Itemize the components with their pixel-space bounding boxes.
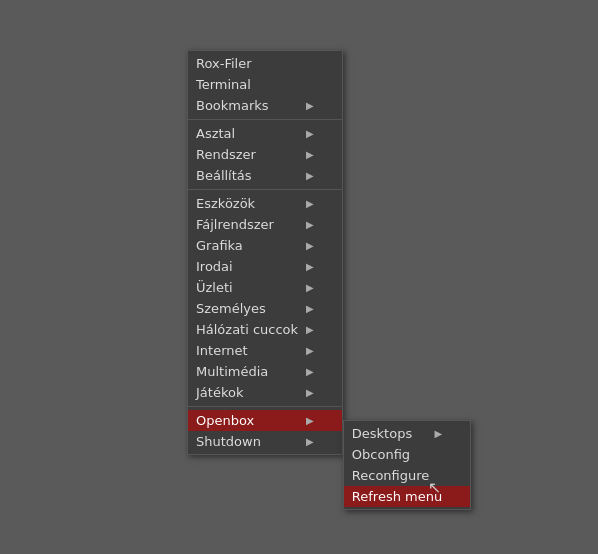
submenu-arrow-icon: ▶: [306, 149, 314, 160]
menu-item-label: Grafika: [196, 238, 243, 253]
submenu-item-label: Obconfig: [352, 447, 410, 462]
main-menu-item-játékok[interactable]: Játékok▶: [188, 382, 342, 403]
menu-item-label: Multimédia: [196, 364, 268, 379]
main-menu-item-asztal[interactable]: Asztal▶: [188, 123, 342, 144]
submenu-item-obconfig[interactable]: Obconfig: [344, 444, 470, 465]
main-menu: Rox-FilerTerminalBookmarks▶Asztal▶Rendsz…: [187, 50, 343, 455]
submenu-arrow-icon: ▶: [306, 100, 314, 111]
main-menu-item-internet[interactable]: Internet▶: [188, 340, 342, 361]
menu-item-label: Bookmarks: [196, 98, 269, 113]
main-menu-item-rox-filer[interactable]: Rox-Filer: [188, 53, 342, 74]
main-menu-item-eszközök[interactable]: Eszközök▶: [188, 193, 342, 214]
submenu-item-label: Refresh menu: [352, 489, 442, 504]
submenu-arrow-icon: ▶: [306, 261, 314, 272]
main-menu-item-terminal[interactable]: Terminal: [188, 74, 342, 95]
menu-item-label: Játékok: [196, 385, 243, 400]
main-menu-item-fájlrendszer[interactable]: Fájlrendszer▶: [188, 214, 342, 235]
menu-item-label: Terminal: [196, 77, 251, 92]
menu-item-label: Internet: [196, 343, 248, 358]
submenu-arrow-icon: ▶: [306, 324, 314, 335]
submenu-arrow-icon: ▶: [434, 428, 442, 439]
menu-item-label: Rox-Filer: [196, 56, 252, 71]
submenu-item-reconfigure[interactable]: Reconfigure: [344, 465, 470, 486]
menu-item-label: Fájlrendszer: [196, 217, 274, 232]
main-menu-item-rendszer[interactable]: Rendszer▶: [188, 144, 342, 165]
main-menu-item-irodai[interactable]: Irodai▶: [188, 256, 342, 277]
menu-container: Rox-FilerTerminalBookmarks▶Asztal▶Rendsz…: [187, 50, 471, 510]
menu-item-label: Asztal: [196, 126, 235, 141]
submenu-arrow-icon: ▶: [306, 198, 314, 209]
submenu-item-label: Desktops: [352, 426, 412, 441]
submenu-arrow-icon: ▶: [306, 219, 314, 230]
menu-divider: [188, 119, 342, 120]
submenu-arrow-icon: ▶: [306, 415, 314, 426]
main-menu-item-üzleti[interactable]: Üzleti▶: [188, 277, 342, 298]
menu-item-label: Irodai: [196, 259, 233, 274]
menu-item-label: Üzleti: [196, 280, 233, 295]
submenu-item-label: Reconfigure: [352, 468, 430, 483]
menu-item-label: Személyes: [196, 301, 266, 316]
menu-item-label: Rendszer: [196, 147, 256, 162]
main-menu-item-grafika[interactable]: Grafika▶: [188, 235, 342, 256]
submenu-arrow-icon: ▶: [306, 345, 314, 356]
submenu-item-desktops[interactable]: Desktops▶: [344, 423, 470, 444]
submenu-arrow-icon: ▶: [306, 128, 314, 139]
submenu-item-refresh-menu[interactable]: Refresh menu: [344, 486, 470, 507]
submenu-arrow-icon: ▶: [306, 366, 314, 377]
main-menu-item-multimédia[interactable]: Multimédia▶: [188, 361, 342, 382]
menu-item-label: Shutdown: [196, 434, 261, 449]
main-menu-item-shutdown[interactable]: Shutdown▶: [188, 431, 342, 452]
menu-divider: [188, 189, 342, 190]
main-menu-item-openbox[interactable]: Openbox▶: [188, 410, 342, 431]
main-menu-item-hálózati-cuccok[interactable]: Hálózati cuccok▶: [188, 319, 342, 340]
submenu-arrow-icon: ▶: [306, 436, 314, 447]
submenu: Desktops▶ObconfigReconfigureRefresh menu: [343, 420, 471, 510]
menu-item-label: Beállítás: [196, 168, 252, 183]
submenu-arrow-icon: ▶: [306, 240, 314, 251]
main-menu-item-bookmarks[interactable]: Bookmarks▶: [188, 95, 342, 116]
submenu-arrow-icon: ▶: [306, 170, 314, 181]
submenu-arrow-icon: ▶: [306, 387, 314, 398]
submenu-arrow-icon: ▶: [306, 282, 314, 293]
menu-item-label: Hálózati cuccok: [196, 322, 298, 337]
menu-divider: [188, 406, 342, 407]
main-menu-item-beállítás[interactable]: Beállítás▶: [188, 165, 342, 186]
main-menu-item-személyes[interactable]: Személyes▶: [188, 298, 342, 319]
menu-item-label: Openbox: [196, 413, 254, 428]
menu-item-label: Eszközök: [196, 196, 255, 211]
submenu-arrow-icon: ▶: [306, 303, 314, 314]
